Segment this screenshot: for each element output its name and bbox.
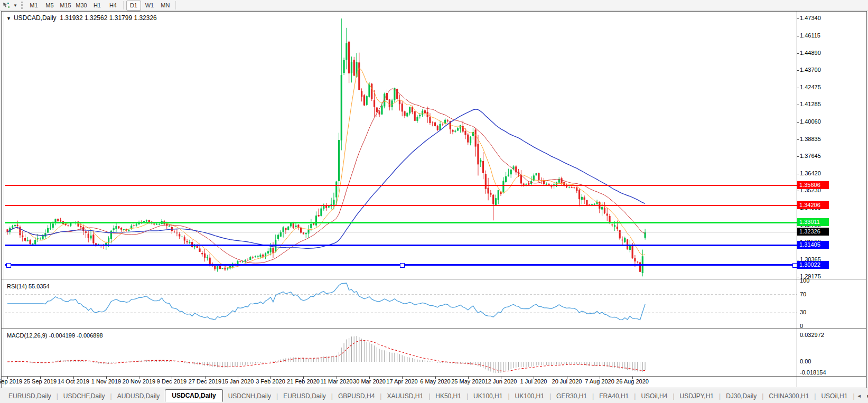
- date-axis-label: 21 Feb 2020: [287, 378, 320, 385]
- price-axis-tick-label: 1.37645: [800, 153, 821, 159]
- date-axis-label: 9 Dec 2019: [157, 378, 186, 385]
- tab-usdcnh-daily[interactable]: USDCNH,Daily: [223, 390, 276, 402]
- tab-fra40-h1[interactable]: FRA40,H1: [594, 390, 634, 402]
- cursor-dropdown-caret-icon[interactable]: ▼: [13, 3, 17, 8]
- current-price-badge: 1.32326: [797, 228, 829, 236]
- tab-xauusd-h1[interactable]: XAUUSD,H1: [381, 390, 428, 402]
- tab-uk100-h1[interactable]: UK100,H1: [510, 390, 549, 402]
- price-level-badge: 1.30022: [797, 261, 829, 269]
- date-axis-label: 20 Nov 2019: [123, 378, 155, 385]
- price-axis-tick: [797, 18, 799, 19]
- tab-eurusd-daily[interactable]: EURUSD,Daily: [3, 390, 57, 402]
- price-level-handle[interactable]: [400, 263, 405, 268]
- price-level-line-1.35606[interactable]: [5, 185, 797, 186]
- timeframe-button-m1[interactable]: M1: [26, 1, 41, 11]
- rsi-axis-label: 0: [800, 323, 803, 329]
- timeframe-toolbar: ▼ M1M5M15M30H1H4D1W1MN: [0, 0, 868, 11]
- tab-gbpusd-h4[interactable]: GBPUSD,H4: [333, 390, 380, 402]
- date-axis-label: 6 May 2020: [420, 378, 450, 385]
- timeframe-button-h4[interactable]: H4: [106, 1, 120, 11]
- date-axis-label: 25 May 2020: [451, 378, 485, 385]
- price-axis-line[interactable]: [797, 11, 797, 387]
- price-axis-tick: [797, 53, 799, 54]
- date-axis-label: 30 Mar 2020: [353, 378, 386, 385]
- timeframe-button-d1[interactable]: D1: [126, 1, 141, 11]
- tab-eurusd-daily[interactable]: EURUSD,Daily: [278, 390, 331, 402]
- price-axis-tick-label: 1.47340: [800, 15, 821, 21]
- tab-usoil-h1[interactable]: USOil,H1: [816, 390, 853, 402]
- date-axis-label: 1 Nov 2019: [91, 378, 121, 385]
- macd-axis-label: -0.018154: [800, 369, 826, 376]
- cursor-mode-icon[interactable]: [2, 1, 13, 10]
- price-level-line-1.34206[interactable]: [5, 205, 797, 206]
- price-axis-tick-label: 1.46115: [800, 32, 820, 39]
- panel-separator-rsi[interactable]: [2, 279, 866, 279]
- macd-label: MACD(12,26,9) -0.004199 -0.006898: [7, 332, 103, 339]
- timeframe-button-h1[interactable]: H1: [90, 1, 105, 11]
- price-axis-tick: [797, 277, 799, 277]
- chart-tab-bar: EURUSD,Daily|USDCHF,Daily|AUDUSD,DailyUS…: [0, 388, 868, 403]
- date-axis-label: 27 Dec 2019: [189, 378, 221, 385]
- tab-usdjpy-h1[interactable]: USDJPY,H1: [675, 390, 719, 402]
- price-level-handle[interactable]: [6, 263, 11, 268]
- date-axis-label: 3 Feb 2020: [256, 378, 285, 385]
- chart-symbol-period: USDCAD,Daily: [14, 14, 57, 22]
- price-level-line-1.33011[interactable]: [5, 222, 797, 223]
- timeframe-button-m30[interactable]: M30: [74, 1, 89, 11]
- tab-ger30-h1[interactable]: GER30,H1: [551, 390, 592, 402]
- tab-audusd-daily[interactable]: AUDUSD,Daily: [112, 390, 165, 402]
- price-axis-tick-label: 1.42475: [800, 84, 821, 90]
- candlestick-plot[interactable]: [5, 13, 797, 279]
- chart-tabs: EURUSD,Daily|USDCHF,Daily|AUDUSD,DailyUS…: [3, 390, 853, 402]
- tab-uk100-h1[interactable]: UK100,H1: [468, 390, 508, 402]
- mt4-application: ▼ M1M5M15M30H1H4D1W1MN ▼USDCAD,Daily 1.3…: [0, 0, 868, 403]
- current-price-line: [5, 232, 797, 232]
- chart-ohlc-values: 1.31932 1.32562 1.31799 1.32326: [60, 14, 157, 22]
- date-axis-label: 17 Apr 2020: [386, 378, 417, 385]
- chart-title: ▼USDCAD,Daily 1.31932 1.32562 1.31799 1.…: [6, 14, 157, 22]
- macd-indicator-plot[interactable]: [5, 329, 797, 376]
- price-axis-tick-label: 1.44890: [800, 50, 821, 56]
- price-axis-tick: [797, 260, 799, 260]
- symbol-menu-caret-icon[interactable]: ▼: [6, 16, 11, 21]
- date-axis-label: 20 Jul 2020: [552, 378, 582, 385]
- rsi-axis-label: 100: [800, 277, 809, 284]
- tab-hk50-h1[interactable]: HK50,H1: [430, 390, 466, 402]
- date-axis-label: 15 Jan 2020: [222, 378, 254, 385]
- window-inner-edge: [4, 11, 4, 387]
- timeframe-button-w1[interactable]: W1: [142, 1, 157, 11]
- rsi-axis-label: 30: [800, 309, 806, 315]
- rsi-indicator-plot[interactable]: [5, 280, 797, 328]
- toolbar-separator: [175, 1, 176, 10]
- timeframe-button-mn[interactable]: MN: [158, 1, 173, 11]
- tab-usoil-h4[interactable]: USOil,H4: [636, 390, 673, 402]
- price-level-badge: 1.33011: [797, 218, 829, 226]
- tab-usdcad-daily[interactable]: USDCAD,Daily: [165, 389, 222, 402]
- price-level-badge: 1.35606: [797, 181, 829, 189]
- price-axis-tick: [797, 36, 799, 36]
- panel-separator-macd[interactable]: [2, 328, 866, 329]
- price-level-line-1.31405[interactable]: [5, 245, 797, 246]
- price-axis-tick-label: 1.43700: [800, 67, 821, 73]
- price-level-badge: 1.31405: [797, 241, 829, 249]
- tab-scroll-controls: | ◂ ▸: [853, 391, 868, 400]
- tab-scroll-right-icon[interactable]: ▸: [864, 391, 868, 400]
- price-axis-tick: [797, 191, 799, 191]
- date-axis-label: 11 Mar 2020: [321, 378, 353, 385]
- price-axis-tick-label: 1.38835: [800, 136, 821, 142]
- date-axis-label: 12 Jun 2020: [485, 378, 517, 385]
- price-axis-tick: [797, 174, 799, 174]
- tab-usdchf-daily[interactable]: USDCHF,Daily: [58, 390, 110, 402]
- tab-china300-h1[interactable]: CHINA300,H1: [763, 390, 814, 402]
- price-axis-tick-label: 1.36420: [800, 170, 821, 176]
- toolbar-grip-handle[interactable]: [21, 2, 23, 9]
- date-axis-label: 1 Jul 2020: [520, 378, 547, 385]
- tab-scroll-left-icon[interactable]: ◂: [855, 391, 864, 400]
- price-level-badge: 1.34206: [797, 201, 829, 209]
- timeframe-button-m5[interactable]: M5: [42, 1, 57, 11]
- price-axis-tick: [797, 70, 799, 71]
- date-axis-label: 25 Sep 2019: [24, 378, 57, 385]
- date-axis-label: 7 Aug 2020: [585, 378, 614, 385]
- tab-dj30-daily[interactable]: DJ30,Daily: [721, 390, 762, 402]
- timeframe-button-m15[interactable]: M15: [58, 1, 73, 11]
